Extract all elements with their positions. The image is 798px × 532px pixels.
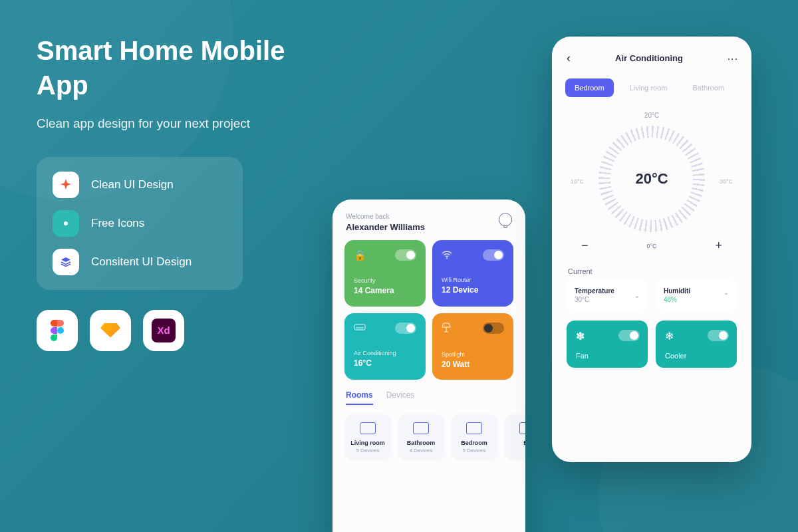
tab-bedroom[interactable]: Bedroom [565,78,614,97]
svg-rect-3 [354,325,365,330]
tile-label: Security [354,277,416,284]
username: Alexander Williams [346,222,425,232]
feature-list: Clean UI Design Free Icons Consitent UI … [37,157,243,290]
control-fan[interactable]: ✽ Fan [567,321,648,368]
tile-value: 20 Watt [442,360,504,369]
tab-livingroom[interactable]: Living room [620,78,677,97]
feature-label: Free Icons [91,217,144,230]
tile-security[interactable]: 🔒 Security 14 Camera [344,240,426,307]
dot-icon [53,210,79,237]
tile-wifi[interactable]: Wifi Router 12 Device [432,240,513,307]
bed-icon [519,422,525,434]
control-cooler[interactable]: ❄ Cooler [656,321,737,368]
tile-value: 12 Device [442,285,504,295]
tile-ac[interactable]: Air Conditioning 16°C [344,313,426,380]
feature-item: Clean UI Design [53,172,227,198]
decrease-button[interactable]: − [581,239,589,253]
stat-name: Humiditi [664,287,690,295]
screen-title: Air Conditioning [615,53,683,63]
svg-point-0 [64,221,68,225]
feature-label: Clean UI Design [91,178,174,192]
promo-title: Smart Home Mobile App [37,33,303,102]
tile-label: Spotlight [442,351,504,358]
temperature-dial[interactable]: 20°C [598,126,705,232]
current-label: Current [552,259,751,281]
room-name: Bathroom [403,440,439,446]
feature-item: Free Icons [53,210,227,237]
stat-temperature[interactable]: Temperature 30°C ⌄ [567,281,648,310]
increase-button[interactable]: + [715,239,722,253]
room-card[interactable]: Living room 5 Devices [344,414,391,460]
bed-icon [466,422,482,434]
bath-icon [413,422,429,434]
room-count: 5 Devices [456,448,492,454]
figma-icon [37,310,78,351]
chevron-down-icon: ⌄ [634,292,640,299]
svg-point-1 [57,327,64,334]
dial-value: 20°C [635,170,668,188]
dial-bottom-label: 0°C [646,243,656,249]
sofa-icon [360,422,376,434]
room-card[interactable]: Bathroom 4 Devices [398,414,444,460]
dial-min-label: 10°C [571,178,584,185]
control-label: Fan [576,352,638,360]
dial-max-label: 30°C [720,178,733,185]
tool-icons: Xd [37,310,303,351]
xd-icon: Xd [143,310,184,351]
toggle-switch[interactable] [618,330,640,341]
chevron-up-icon: ⌃ [724,292,729,299]
layers-icon [53,249,79,275]
sparkle-icon [53,172,79,198]
tile-spotlight[interactable]: Spotlight 20 Watt [432,313,513,380]
tile-value: 16°C [354,358,416,368]
feature-label: Consitent UI Design [91,255,192,269]
bell-icon[interactable] [499,213,512,226]
back-button[interactable]: ‹ [567,51,571,65]
phone-mock-ac: ‹ Air Conditioning ⋮ Bedroom Living room… [552,37,751,462]
stat-value: 30°C [575,296,614,303]
stat-humidity[interactable]: Humiditi 48% ⌃ [656,281,737,310]
promo-subtitle: Clean app design for your next project [37,114,303,134]
promo-panel: Smart Home Mobile App Clean app design f… [37,33,303,351]
room-name: Bedroom [456,440,492,446]
tile-label: Wifi Router [442,277,504,283]
tab-bathroom[interactable]: Bathroom [684,78,734,97]
phone-mock-home: Welcome back Alexander Williams 🔒 Securi… [332,200,525,532]
feature-item: Consitent UI Design [53,249,227,275]
dial-top-label: 20°C [552,112,751,119]
room-card[interactable]: Be [504,414,525,460]
control-label: Cooler [665,352,728,360]
room-card[interactable]: Bedroom 5 Devices [451,414,497,460]
toggle-switch[interactable] [395,323,416,334]
room-name: Be [509,440,525,446]
tab-devices[interactable]: Devices [386,390,415,405]
toggle-switch[interactable] [395,249,416,261]
toggle-switch[interactable] [708,330,729,341]
stat-value: 48% [664,296,690,303]
room-count: 4 Devices [403,448,439,454]
tile-label: Air Conditioning [354,350,416,356]
stat-name: Temperature [575,287,614,295]
tile-value: 14 Camera [354,286,416,295]
more-icon[interactable]: ⋮ [726,54,739,63]
toggle-switch[interactable] [483,323,504,334]
room-count: 5 Devices [350,448,386,454]
room-name: Living room [350,440,386,446]
welcome-label: Welcome back [346,213,425,220]
sketch-icon [90,310,131,351]
tab-rooms[interactable]: Rooms [346,390,373,405]
svg-point-2 [446,257,448,259]
toggle-switch[interactable] [483,249,504,261]
